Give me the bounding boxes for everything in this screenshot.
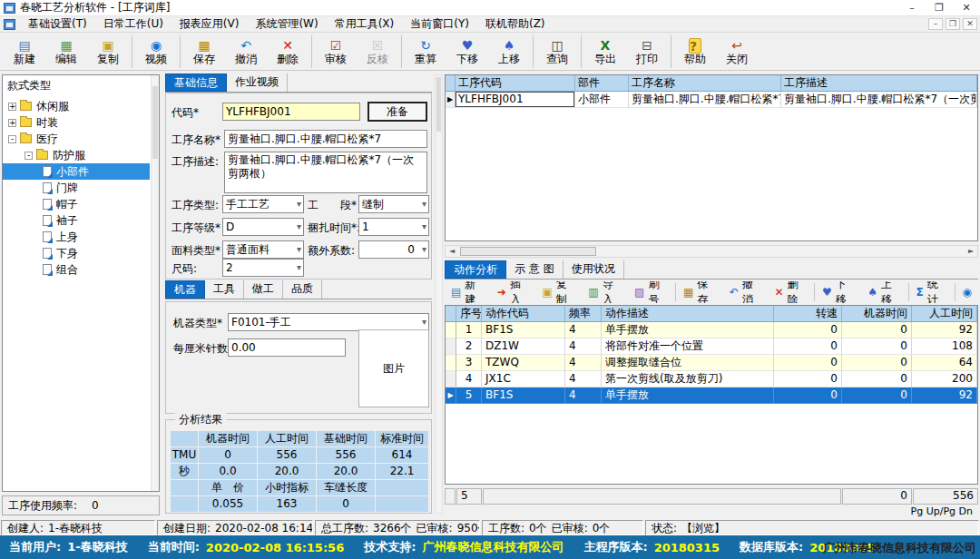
tree-item-medical[interactable]: -医疗: [3, 131, 150, 147]
col-process-desc[interactable]: 工序描述: [781, 75, 977, 92]
menu-help[interactable]: 联机帮助(Z): [477, 16, 554, 32]
mdi-minimize-icon[interactable]: –: [928, 18, 943, 30]
tab-tool[interactable]: 工具: [205, 280, 244, 299]
process-table-hscrollbar[interactable]: ◄ ►: [445, 245, 978, 258]
tab-workmanship[interactable]: 做工: [244, 280, 283, 299]
prepare-button[interactable]: 准备: [368, 102, 427, 122]
col-process-name[interactable]: 工序名称: [629, 75, 781, 92]
tree-item-upper-body[interactable]: 上身: [3, 229, 150, 245]
tree-item-casual[interactable]: +休闲服: [3, 98, 150, 114]
recalculate-button[interactable]: ↻重算: [405, 34, 446, 70]
edit-button[interactable]: ▦编辑: [45, 34, 87, 70]
delete-button[interactable]: ✕删除: [267, 34, 309, 70]
action-row[interactable]: 1 BF1S 4 单手摆放 0 0 92: [446, 322, 977, 338]
action-video-button[interactable]: ◉: [956, 282, 978, 302]
collapse-icon[interactable]: -: [24, 152, 33, 160]
action-row[interactable]: 3 TZWQ 4 调整握取缝合位 0 0 64: [446, 355, 977, 371]
video-button[interactable]: ◉视频: [135, 34, 177, 70]
action-renumber-button[interactable]: ▨刷号: [628, 282, 674, 302]
menu-basic-settings[interactable]: 基础设置(T): [20, 16, 95, 32]
extra-factor-select[interactable]: 0: [358, 240, 429, 259]
tab-machine[interactable]: 机器: [165, 280, 205, 299]
action-insert-button[interactable]: ➜插入: [491, 282, 536, 302]
restore-icon[interactable]: ❐: [926, 0, 953, 15]
close-icon[interactable]: ✕: [953, 0, 980, 15]
col-process-code[interactable]: 工序代码: [456, 75, 575, 92]
action-import-button[interactable]: ▥导入: [582, 282, 628, 302]
col-frequency[interactable]: 频率: [565, 306, 602, 322]
search-button[interactable]: ◫查询: [536, 34, 578, 70]
close-window-button[interactable]: ↩关闭: [716, 34, 758, 70]
print-button[interactable]: ⊟打印: [626, 34, 668, 70]
bundle-time-select[interactable]: 1: [358, 218, 429, 236]
scrollbar-thumb[interactable]: [152, 86, 158, 159]
process-code-cell[interactable]: YLFHFBJ001: [456, 92, 575, 108]
action-copy-button[interactable]: ▣复制: [535, 282, 582, 302]
expand-icon[interactable]: +: [8, 119, 16, 127]
tree-item-hat[interactable]: 帽子: [3, 196, 150, 212]
tab-work-video[interactable]: 作业视频: [227, 74, 288, 92]
part-cell[interactable]: 小部件: [575, 92, 629, 108]
code-input[interactable]: YLFHFBJ001: [222, 103, 360, 121]
action-row-selected[interactable]: ▶ 5 BF1S 4 单手摆放 0 0 92: [446, 387, 977, 404]
menu-window[interactable]: 当前窗口(Y): [402, 16, 477, 32]
col-machine-time[interactable]: 机器时间: [842, 306, 912, 322]
move-down-button[interactable]: ♥下移: [446, 34, 488, 70]
fabric-type-select[interactable]: 普通面料: [222, 240, 304, 259]
collapse-icon[interactable]: -: [8, 135, 16, 143]
machine-type-select[interactable]: F0101-手工: [228, 313, 429, 331]
audit-button[interactable]: ☑审核: [315, 34, 357, 70]
action-save-button[interactable]: ▦保存: [677, 282, 723, 302]
process-desc-input[interactable]: 剪量袖口.脚口.中腰.帽口松紧*7（一次剪两根）: [224, 152, 427, 193]
tab-basic-info[interactable]: 基础信息: [165, 74, 227, 92]
detail-scrollbar[interactable]: [435, 74, 443, 514]
tab-diagram[interactable]: 示 意 图: [506, 260, 564, 279]
tree-scrollbar[interactable]: [151, 75, 159, 491]
action-undo-button[interactable]: ↶撤消: [723, 282, 769, 302]
col-labor-time[interactable]: 人工时间: [912, 306, 977, 322]
menu-daily-work[interactable]: 日常工作(U): [95, 16, 172, 32]
grade-select[interactable]: D: [222, 218, 304, 236]
expand-icon[interactable]: +: [8, 103, 16, 111]
tab-action-analysis[interactable]: 动作分析: [445, 260, 506, 279]
col-action-code[interactable]: 动作代码: [482, 306, 565, 322]
tab-quality[interactable]: 品质: [283, 280, 322, 299]
col-speed[interactable]: 转速: [774, 306, 842, 322]
menu-system[interactable]: 系统管理(W): [247, 16, 326, 32]
copy-button[interactable]: ▣复制: [87, 34, 129, 70]
tree-item-small-parts[interactable]: 小部件: [3, 163, 150, 180]
scrollbar-thumb[interactable]: [460, 247, 596, 256]
mdi-close-icon[interactable]: ✕: [963, 18, 977, 30]
size-select[interactable]: 2: [222, 259, 304, 277]
stitch-density-input[interactable]: 0.00: [228, 338, 346, 357]
action-move-down-button[interactable]: ♥下移: [816, 282, 861, 302]
export-button[interactable]: X导出: [584, 34, 626, 70]
tree-item-lower-body[interactable]: 下身: [3, 245, 150, 261]
action-delete-button[interactable]: ✕删除: [768, 282, 813, 302]
process-table-row[interactable]: ▶ YLFHFBJ001 小部件 剪量袖口.脚口.中腰.帽口松紧*7 剪量袖口.…: [446, 92, 977, 108]
scroll-left-icon[interactable]: ◄: [446, 246, 458, 257]
menu-reports[interactable]: 报表应用(V): [172, 16, 248, 32]
scroll-right-icon[interactable]: ►: [965, 246, 977, 257]
tree-item-placket[interactable]: 门牌: [3, 180, 150, 196]
action-statistics-button[interactable]: Σ统计: [910, 282, 954, 302]
process-desc-cell[interactable]: 剪量袖口.脚口.中腰.帽口松紧*7（一次剪两: [781, 92, 977, 108]
minimize-icon[interactable]: –: [898, 0, 926, 15]
tree-item-protective[interactable]: -防护服: [3, 147, 150, 163]
mdi-restore-icon[interactable]: ❐: [946, 18, 960, 30]
col-action-desc[interactable]: 动作描述: [602, 306, 774, 322]
col-seq[interactable]: 序号: [456, 306, 482, 322]
new-button[interactable]: ▤新建: [4, 34, 45, 70]
process-name-cell[interactable]: 剪量袖口.脚口.中腰.帽口松紧*7: [629, 92, 781, 108]
process-type-select[interactable]: 手工工艺: [222, 195, 304, 213]
process-name-input[interactable]: 剪量袖口.脚口.中腰.帽口松紧*7: [224, 130, 427, 148]
action-move-up-button[interactable]: ♠上移: [861, 282, 906, 302]
tree-item-sleeve[interactable]: 袖子: [3, 212, 150, 229]
tab-usage-status[interactable]: 使用状况: [564, 260, 624, 279]
menu-tools[interactable]: 常用工具(X): [327, 16, 403, 32]
col-part[interactable]: 部件: [575, 75, 629, 92]
scrollbar-thumb[interactable]: [436, 77, 441, 132]
save-button[interactable]: ▦保存: [183, 34, 225, 70]
move-up-button[interactable]: ♠上移: [488, 34, 530, 70]
action-new-button[interactable]: ▤新建: [445, 282, 491, 302]
